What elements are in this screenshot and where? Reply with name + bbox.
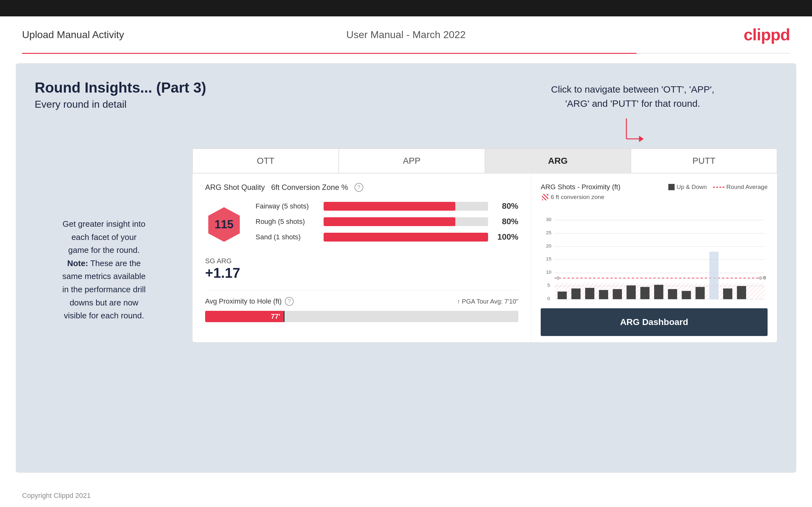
sand-bar-fill	[323, 233, 488, 241]
svg-marker-21	[556, 276, 561, 280]
side-text-line1: Get greater insight intoeach facet of yo…	[62, 219, 145, 255]
legend-up-down-icon	[668, 184, 675, 190]
legend-conversion-label: 6 ft conversion zone	[551, 194, 604, 201]
conversion-label: 6ft Conversion Zone %	[271, 183, 348, 192]
rough-label: Rough (5 shots)	[256, 218, 318, 226]
svg-text:5: 5	[547, 282, 550, 288]
page-title: Round Insights... (Part 3)	[35, 79, 206, 96]
svg-text:30: 30	[546, 217, 552, 222]
tab-ott[interactable]: OTT	[193, 149, 339, 173]
shot-quality-label: ARG Shot Quality	[205, 183, 265, 192]
proximity-help-icon[interactable]: ?	[285, 297, 294, 306]
header: Upload Manual Activity User Manual - Mar…	[0, 16, 812, 53]
content-layout: Get greater insight intoeach facet of yo…	[35, 148, 777, 343]
tab-putt[interactable]: PUTT	[631, 149, 777, 173]
sand-bar-row: Sand (1 shots) 100%	[256, 232, 518, 242]
proximity-label: Avg Proximity to Hole (ft)	[205, 297, 282, 305]
sg-label: SG ARG	[205, 257, 518, 265]
tab-arg[interactable]: ARG	[485, 149, 631, 173]
arg-dashboard-button[interactable]: ARG Dashboard	[541, 308, 768, 336]
svg-rect-29	[626, 285, 636, 299]
svg-rect-36	[723, 288, 732, 299]
svg-rect-27	[599, 290, 608, 299]
side-description: Get greater insight intoeach facet of yo…	[35, 218, 173, 323]
svg-rect-33	[682, 291, 691, 299]
svg-marker-2	[639, 136, 644, 142]
top-bar	[0, 0, 812, 16]
svg-text:15: 15	[546, 256, 551, 261]
svg-text:25: 25	[546, 230, 551, 235]
score-row: 115 Fairway (5 shots) 80%	[205, 201, 518, 247]
fairway-bar-fill	[323, 202, 455, 211]
conversion-bars: Fairway (5 shots) 80% Rough (5 shots)	[256, 201, 518, 247]
sand-pct: 100%	[493, 232, 518, 242]
svg-rect-24	[558, 292, 567, 299]
proximity-chart: 0 5 10 15 20 25 30	[541, 204, 768, 305]
svg-marker-22	[758, 276, 763, 280]
proximity-cursor	[284, 311, 285, 322]
tab-bar: OTT APP ARG PUTT	[193, 149, 777, 173]
card-right-section: ARG Shots - Proximity (ft) Up & Down Rou…	[531, 173, 777, 342]
navigation-arrow	[620, 117, 645, 148]
proximity-bar-fill: 77'	[205, 311, 284, 322]
svg-rect-28	[613, 289, 622, 299]
arg-section-header: ARG Shot Quality 6ft Conversion Zone % ?	[205, 183, 518, 192]
chart-header: ARG Shots - Proximity (ft) Up & Down Rou…	[541, 183, 768, 191]
rough-bar-row: Rough (5 shots) 80%	[256, 217, 518, 226]
help-icon[interactable]: ?	[354, 183, 363, 192]
proximity-value: 77'	[271, 313, 281, 321]
score-value: 115	[215, 218, 234, 231]
svg-rect-37	[737, 286, 746, 299]
pga-avg: ↑ PGA Tour Avg: 7'10"	[457, 298, 518, 305]
sg-value: +1.17	[205, 265, 518, 281]
svg-rect-34	[696, 287, 705, 299]
svg-rect-30	[640, 287, 649, 299]
svg-rect-25	[571, 288, 580, 299]
fairway-pct: 80%	[493, 201, 518, 211]
side-text-note: Note:	[67, 259, 88, 268]
card-body: ARG Shot Quality 6ft Conversion Zone % ?…	[193, 173, 777, 342]
footer: Copyright Clippd 2021	[0, 482, 812, 507]
svg-rect-31	[654, 285, 663, 299]
legend-round-avg-label: Round Average	[726, 184, 768, 190]
rough-bar-fill	[323, 217, 455, 226]
legend-round-avg-icon	[713, 187, 724, 188]
svg-text:0: 0	[547, 296, 550, 301]
manual-label: User Manual - March 2022	[346, 29, 466, 41]
svg-rect-26	[585, 288, 594, 299]
proximity-header: Avg Proximity to Hole (ft) ? ↑ PGA Tour …	[205, 297, 518, 306]
chart-area: 0 5 10 15 20 25 30	[541, 204, 768, 305]
fairway-bar-row: Fairway (5 shots) 80%	[256, 201, 518, 211]
svg-rect-32	[668, 289, 677, 299]
main-card: OTT APP ARG PUTT ARG Shot Quali	[192, 148, 777, 343]
chart-title: ARG Shots - Proximity (ft)	[541, 183, 620, 191]
main-content: Round Insights... (Part 3) Every round i…	[16, 63, 796, 473]
header-divider	[22, 53, 790, 54]
legend-round-avg: Round Average	[713, 184, 768, 190]
copyright-text: Copyright Clippd 2021	[22, 492, 91, 499]
card-left-section: ARG Shot Quality 6ft Conversion Zone % ?…	[193, 173, 531, 342]
svg-text:10: 10	[546, 269, 552, 275]
chart-legend: Up & Down Round Average	[668, 184, 768, 190]
legend-up-down: Up & Down	[668, 184, 707, 190]
svg-text:8: 8	[763, 275, 766, 280]
sand-bar-track	[323, 233, 488, 241]
legend-conversion-icon	[542, 194, 548, 200]
clippd-logo: clippd	[744, 25, 790, 44]
sg-section: SG ARG +1.17	[205, 257, 518, 281]
upload-manual-label[interactable]: Upload Manual Activity	[22, 29, 124, 41]
rough-pct: 80%	[493, 217, 518, 226]
left-panel: Get greater insight intoeach facet of yo…	[35, 148, 173, 323]
sand-label: Sand (1 shots)	[256, 233, 318, 241]
svg-rect-35	[709, 251, 718, 299]
fairway-bar-track	[323, 202, 488, 211]
page-subtitle: Every round in detail	[35, 99, 206, 110]
legend-up-down-label: Up & Down	[676, 184, 707, 190]
proximity-bar-track: 77'	[205, 311, 518, 322]
fairway-label: Fairway (5 shots)	[256, 202, 318, 210]
score-hexagon: 115	[205, 206, 243, 243]
rough-bar-track	[323, 217, 488, 226]
navigation-hint: Click to navigate between 'OTT', 'APP','…	[551, 82, 714, 111]
svg-text:20: 20	[546, 243, 552, 248]
tab-app[interactable]: APP	[339, 149, 485, 173]
